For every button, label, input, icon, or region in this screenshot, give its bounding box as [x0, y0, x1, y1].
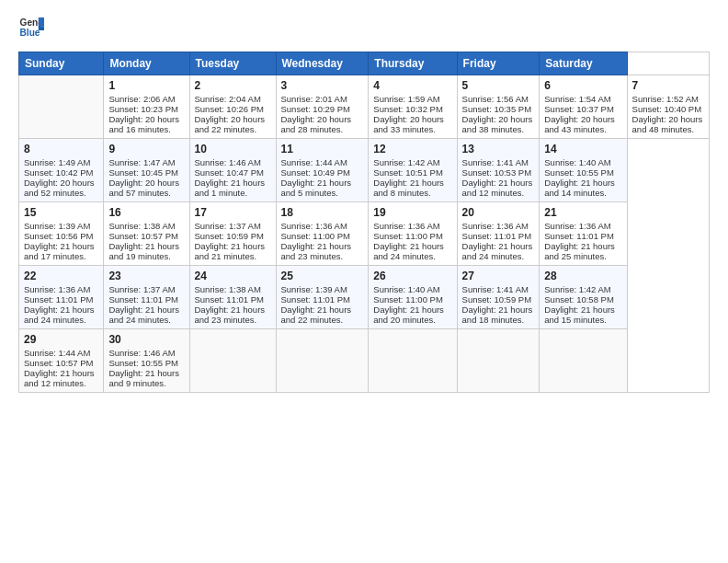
day-number: 10 [195, 143, 271, 155]
calendar-cell: 29Sunrise: 1:44 AMSunset: 10:57 PMDaylig… [19, 329, 104, 393]
dow-friday: Friday [457, 52, 540, 75]
calendar-cell: 25Sunrise: 1:39 AMSunset: 11:01 PMDaylig… [276, 266, 369, 329]
day-number: 4 [373, 79, 451, 92]
day-number: 27 [462, 270, 535, 282]
day-number: 17 [195, 206, 271, 219]
calendar-cell: 3Sunrise: 2:01 AMSunset: 10:29 PMDayligh… [276, 75, 369, 139]
calendar-cell [457, 329, 540, 393]
svg-text:Blue: Blue [20, 28, 40, 38]
calendar-cell: 7Sunrise: 1:52 AMSunset: 10:40 PMDayligh… [627, 75, 709, 139]
day-number: 1 [108, 79, 184, 92]
calendar-cell: 13Sunrise: 1:41 AMSunset: 10:53 PMDaylig… [457, 139, 540, 202]
day-number: 25 [281, 270, 364, 282]
dow-monday: Monday [104, 52, 189, 75]
calendar-cell: 1Sunrise: 2:06 AMSunset: 10:23 PMDayligh… [104, 75, 189, 139]
calendar-cell: 23Sunrise: 1:37 AMSunset: 11:01 PMDaylig… [104, 266, 189, 329]
dow-sunday: Sunday [19, 52, 104, 75]
calendar-cell: 26Sunrise: 1:40 AMSunset: 11:00 PMDaylig… [369, 266, 457, 329]
day-number: 28 [544, 270, 621, 282]
day-number: 18 [281, 206, 364, 219]
calendar-cell: 4Sunrise: 1:59 AMSunset: 10:32 PMDayligh… [369, 75, 457, 139]
day-number: 29 [24, 333, 98, 346]
day-number: 30 [108, 333, 184, 346]
logo-icon: General Blue [18, 15, 44, 40]
day-number: 15 [24, 206, 98, 219]
day-number: 9 [108, 143, 184, 155]
calendar-table: SundayMondayTuesdayWednesdayThursdayFrid… [18, 52, 710, 393]
calendar-cell: 19Sunrise: 1:36 AMSunset: 11:00 PMDaylig… [369, 202, 457, 266]
day-number: 14 [544, 143, 621, 155]
calendar-cell: 5Sunrise: 1:56 AMSunset: 10:35 PMDayligh… [457, 75, 540, 139]
calendar-cell: 10Sunrise: 1:46 AMSunset: 10:47 PMDaylig… [189, 139, 276, 202]
calendar-cell [276, 329, 369, 393]
calendar-cell: 18Sunrise: 1:36 AMSunset: 11:00 PMDaylig… [276, 202, 369, 266]
calendar-cell: 9Sunrise: 1:47 AMSunset: 10:45 PMDayligh… [104, 139, 189, 202]
day-number: 6 [544, 79, 621, 92]
calendar-cell [369, 329, 457, 393]
logo: General Blue [18, 15, 44, 40]
day-number: 8 [24, 143, 98, 155]
day-number: 21 [544, 206, 621, 219]
calendar-cell: 27Sunrise: 1:41 AMSunset: 10:59 PMDaylig… [457, 266, 540, 329]
calendar-cell: 6Sunrise: 1:54 AMSunset: 10:37 PMDayligh… [540, 75, 627, 139]
day-number: 20 [462, 206, 535, 219]
day-number: 11 [281, 143, 364, 155]
day-number: 23 [108, 270, 184, 282]
calendar-cell [540, 329, 627, 393]
day-number: 5 [462, 79, 535, 92]
calendar-cell: 8Sunrise: 1:49 AMSunset: 10:42 PMDayligh… [19, 139, 104, 202]
calendar-cell: 30Sunrise: 1:46 AMSunset: 10:55 PMDaylig… [104, 329, 189, 393]
day-number: 24 [195, 270, 271, 282]
calendar-cell [19, 75, 104, 139]
dow-thursday: Thursday [369, 52, 457, 75]
calendar-cell: 2Sunrise: 2:04 AMSunset: 10:26 PMDayligh… [189, 75, 276, 139]
calendar-cell: 14Sunrise: 1:40 AMSunset: 10:55 PMDaylig… [540, 139, 627, 202]
day-number: 13 [462, 143, 535, 155]
day-number: 22 [24, 270, 98, 282]
day-number: 19 [373, 206, 451, 219]
calendar-cell: 24Sunrise: 1:38 AMSunset: 11:01 PMDaylig… [189, 266, 276, 329]
calendar-cell: 17Sunrise: 1:37 AMSunset: 10:59 PMDaylig… [189, 202, 276, 266]
calendar-cell: 11Sunrise: 1:44 AMSunset: 10:49 PMDaylig… [276, 139, 369, 202]
dow-wednesday: Wednesday [276, 52, 369, 75]
calendar-cell: 16Sunrise: 1:38 AMSunset: 10:57 PMDaylig… [104, 202, 189, 266]
day-number: 3 [281, 79, 364, 92]
calendar-cell: 15Sunrise: 1:39 AMSunset: 10:56 PMDaylig… [19, 202, 104, 266]
calendar-cell: 28Sunrise: 1:42 AMSunset: 10:58 PMDaylig… [540, 266, 627, 329]
calendar-cell: 12Sunrise: 1:42 AMSunset: 10:51 PMDaylig… [369, 139, 457, 202]
day-number: 2 [195, 79, 271, 92]
calendar-cell: 22Sunrise: 1:36 AMSunset: 11:01 PMDaylig… [19, 266, 104, 329]
page-header: General Blue [18, 15, 710, 40]
day-number: 12 [373, 143, 451, 155]
dow-tuesday: Tuesday [189, 52, 276, 75]
day-number: 16 [108, 206, 184, 219]
calendar-cell [189, 329, 276, 393]
day-number: 26 [373, 270, 451, 282]
day-number: 7 [632, 79, 704, 92]
calendar-cell: 21Sunrise: 1:36 AMSunset: 11:01 PMDaylig… [540, 202, 627, 266]
calendar-cell: 20Sunrise: 1:36 AMSunset: 11:01 PMDaylig… [457, 202, 540, 266]
dow-saturday: Saturday [540, 52, 627, 75]
